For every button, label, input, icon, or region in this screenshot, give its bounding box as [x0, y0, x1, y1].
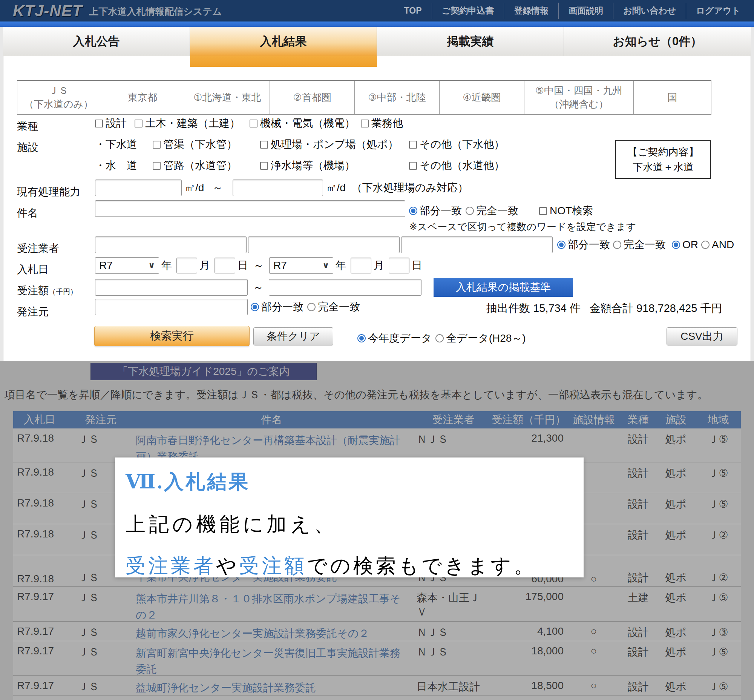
capacity-min-input[interactable] [95, 180, 182, 196]
treatment-plant-guide-banner[interactable]: 「下水処理場ガイド2025」のご案内 [91, 363, 317, 380]
facility-option-water-other[interactable]: その他（水道他） [409, 158, 504, 173]
industry-option-mech-elec[interactable]: 機械・電気（機電） [250, 116, 361, 131]
bid-date-to-day-input[interactable] [389, 258, 409, 273]
region-tab-tokyo[interactable]: 東京都 [100, 81, 185, 114]
orderer-input[interactable] [95, 299, 248, 315]
radio-icon[interactable] [436, 334, 444, 342]
radio-icon[interactable] [357, 334, 366, 342]
nav-screen-guide[interactable]: 画面説明 [558, 3, 613, 19]
header-facility-info[interactable]: 施設情報 [567, 412, 620, 427]
facility-option-purification-plant[interactable]: 浄水場等（機場） [260, 158, 409, 173]
industry-option-other[interactable]: 業務他 [361, 116, 403, 131]
tab-bid-announcements[interactable]: 入札公告 [3, 27, 190, 56]
nav-contact[interactable]: お問い合わせ [613, 3, 686, 19]
amount-max-input[interactable] [269, 279, 421, 296]
radio-icon[interactable] [409, 207, 417, 215]
capacity-unit: ㎥/d [185, 181, 204, 195]
radio-icon[interactable] [465, 207, 474, 215]
region-tab-shutoken[interactable]: ②首都圏 [270, 81, 355, 114]
checkbox-icon[interactable] [409, 141, 417, 148]
contractor-match-exact-radio[interactable]: 完全一致 [613, 238, 666, 252]
checkbox-icon[interactable] [409, 162, 417, 170]
facility-option-sewer-other[interactable]: その他（下水他） [409, 137, 504, 152]
subject-match-exact-radio[interactable]: 完全一致 [465, 204, 518, 218]
radio-icon[interactable] [307, 303, 315, 311]
all-data-radio[interactable]: 全データ(H28～) [436, 331, 526, 345]
nav-top[interactable]: TOP [394, 3, 432, 18]
cell-industry: 設計 [620, 570, 656, 585]
clear-conditions-button[interactable]: 条件クリア [253, 327, 333, 345]
radio-icon[interactable] [557, 241, 565, 249]
radio-icon[interactable] [701, 241, 710, 249]
facility-option-water-pipe[interactable]: 管路（水道管） [153, 158, 260, 173]
amount-min-input[interactable] [95, 279, 248, 296]
checkbox-icon[interactable] [361, 120, 369, 128]
cell-orderer: ＪＳ [66, 680, 136, 694]
header-contractor[interactable]: 受注業者 [417, 412, 490, 427]
checkbox-icon[interactable] [250, 120, 258, 128]
contractor-match-partial-radio[interactable]: 部分一致 [557, 238, 610, 252]
radio-icon[interactable] [613, 241, 621, 249]
facility-option-treatment-pump[interactable]: 処理場・ポンプ場（処ポ） [260, 137, 409, 152]
checkbox-icon[interactable] [260, 162, 268, 170]
cell-amount: 21,300 [490, 432, 567, 444]
bid-date-from-era-select[interactable]: R7∨ [95, 257, 159, 274]
header-bid-date[interactable]: 入札日 [13, 412, 66, 427]
checkbox-icon[interactable] [153, 141, 161, 148]
bid-date-from-month-input[interactable] [176, 258, 197, 273]
top-nav: TOP ご契約申込書 登録情報 画面説明 お問い合わせ ログアウト [394, 0, 750, 22]
region-tab-national[interactable]: 国 [634, 81, 711, 114]
contractor-or-radio[interactable]: OR [672, 239, 698, 251]
subject-match-partial-radio[interactable]: 部分一致 [409, 204, 462, 218]
contractor-and-radio[interactable]: AND [701, 239, 734, 251]
bid-date-to-month-input[interactable] [351, 258, 372, 273]
cell-title-link[interactable]: 益城町浄化センター実施設計業務委託 [136, 680, 417, 695]
csv-export-button[interactable]: CSV出力 [667, 327, 737, 345]
region-tab-kinki[interactable]: ④近畿圏 [440, 81, 525, 114]
tab-bid-results[interactable]: 入札結果 [190, 27, 377, 56]
orderer-match-exact-radio[interactable]: 完全一致 [307, 300, 360, 314]
checkbox-icon[interactable] [260, 141, 268, 148]
facility-option-sewer-pipe[interactable]: 管渠（下水管） [153, 137, 260, 152]
checkbox-icon[interactable] [95, 120, 103, 128]
checkbox-icon[interactable] [539, 207, 547, 215]
header-industry[interactable]: 業種 [620, 412, 656, 427]
nav-contract-form[interactable]: ご契約申込書 [432, 3, 504, 19]
bid-date-to-era-select[interactable]: R7∨ [269, 257, 333, 274]
header-title[interactable]: 件名 [136, 411, 417, 428]
bid-date-from-day-input[interactable] [214, 258, 235, 273]
radio-icon[interactable] [672, 241, 680, 249]
region-tab-chubu-hokuriku[interactable]: ③中部・北陸 [355, 81, 440, 114]
industry-option-civil[interactable]: 土木・建築（土建） [134, 116, 250, 131]
contractor-input-1[interactable] [95, 236, 247, 253]
cell-title-link[interactable]: 新宮町新宮中央浄化センター災害復旧工事実施設計業務委託 [136, 645, 417, 676]
nav-logout[interactable]: ログアウト [686, 3, 750, 19]
orderer-match-partial-radio[interactable]: 部分一致 [251, 300, 303, 314]
not-search-checkbox[interactable]: NOT検索 [539, 204, 593, 218]
table-row: R7.9.17 ＪＳ 熊本市井芹川第８・１０排水区雨水ポンプ場建設工事その２ 森… [13, 587, 741, 622]
header-orderer[interactable]: 発注元 [66, 412, 136, 427]
subject-input[interactable] [95, 200, 405, 217]
nav-registration-info[interactable]: 登録情報 [504, 3, 558, 19]
checkbox-icon[interactable] [134, 120, 142, 128]
this-year-data-radio[interactable]: 今年度データ [357, 331, 432, 345]
cell-title-link[interactable]: 熊本市井芹川第８・１０排水区雨水ポンプ場建設工事その２ [136, 591, 417, 622]
header-amount[interactable]: 受注額（千円） [490, 412, 567, 427]
tab-notices[interactable]: お知らせ（0件） [564, 27, 751, 56]
industry-option-design[interactable]: 設計 [95, 116, 134, 131]
radio-icon[interactable] [251, 303, 259, 311]
header-region[interactable]: 地域 [696, 412, 741, 427]
tab-publication-record[interactable]: 掲載実績 [377, 27, 564, 56]
contractor-input-2[interactable] [248, 236, 400, 253]
region-tab-hokkaido-tohoku[interactable]: ①北海道・東北 [185, 81, 270, 114]
header-facility[interactable]: 施設 [656, 412, 696, 427]
cell-industry: 設計 [620, 625, 656, 640]
cell-title-link[interactable]: 越前市家久浄化センター実施設計業務委託その２ [136, 625, 417, 641]
region-tab-chugoku-shikoku-kyushu[interactable]: ⑤中国・四国・九州（沖縄含む） [525, 81, 634, 114]
posting-criteria-button[interactable]: 入札結果の掲載基準 [434, 278, 573, 297]
contractor-input-3[interactable] [401, 236, 553, 253]
capacity-max-input[interactable] [233, 180, 323, 196]
region-tab-js[interactable]: ＪＳ（下水道のみ） [17, 81, 100, 114]
checkbox-icon[interactable] [153, 162, 161, 170]
search-execute-button[interactable]: 検索実行 [94, 326, 250, 346]
